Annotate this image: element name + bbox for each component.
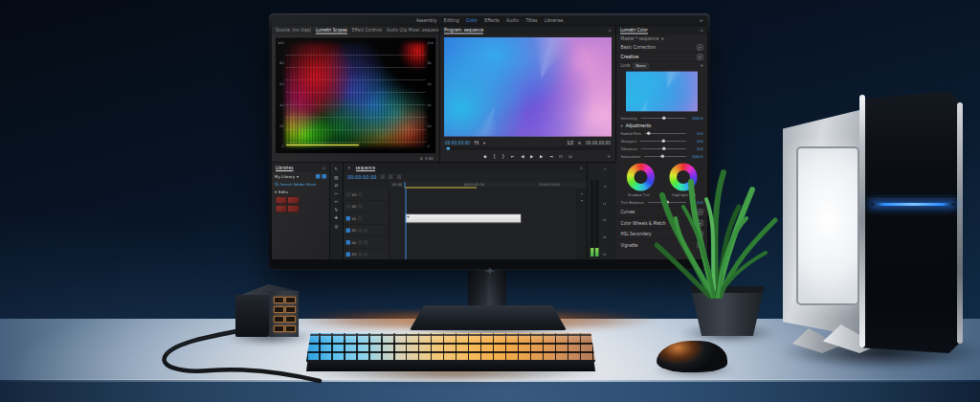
shadow-tint-wheel[interactable] (627, 164, 655, 191)
panel-menu-icon[interactable]: ≡ (608, 28, 612, 33)
chevron-down-icon[interactable]: ▾ (701, 63, 702, 68)
mark-out-button[interactable]: } (502, 154, 505, 159)
timeline-scroll-strip[interactable]: + ▾ (577, 189, 588, 259)
go-to-out-button[interactable]: ⇥ (549, 154, 553, 159)
timeline-lanes[interactable] (390, 189, 577, 259)
solo-toggle[interactable] (364, 228, 368, 233)
video-clip[interactable] (406, 214, 522, 224)
faded-film-slider[interactable] (644, 133, 686, 134)
selection-tool[interactable]: ↖ (335, 167, 339, 171)
asset-thumbnail[interactable] (288, 197, 300, 205)
slider-knob[interactable] (661, 155, 665, 159)
chevron-down-icon[interactable]: ▾ (275, 190, 277, 194)
close-icon[interactable]: × (347, 166, 351, 170)
workspace-overflow-icon[interactable]: ≫ (699, 18, 703, 23)
solo-toggle[interactable] (364, 252, 368, 257)
chevron-down-icon[interactable]: ▾ (621, 123, 623, 128)
workspace-tab-titles[interactable]: Titles (525, 18, 537, 23)
source-patch-toggle[interactable] (346, 252, 351, 257)
saturation-slider[interactable] (644, 156, 686, 157)
mute-toggle[interactable] (358, 240, 363, 245)
current-timecode[interactable]: 00:00:00:00 (445, 141, 470, 145)
workspace-tab-editing[interactable]: Editing (444, 18, 459, 23)
timeline-playhead[interactable] (406, 189, 407, 259)
source-patch-toggle[interactable] (346, 228, 351, 233)
mute-toggle[interactable] (358, 228, 363, 233)
look-dropdown[interactable]: None (633, 62, 648, 69)
panel-menu-icon[interactable]: ≡ (579, 166, 583, 170)
settings-icon[interactable]: ⚙ (578, 141, 582, 145)
play-button[interactable]: ▶ (530, 154, 533, 159)
sync-status-icon[interactable] (316, 174, 321, 179)
add-marker-button[interactable]: ◆ (483, 154, 486, 159)
asset-thumbnail[interactable] (276, 206, 287, 213)
pen-tool[interactable]: ✎ (335, 208, 339, 212)
workspace-tab-color[interactable]: Color (466, 18, 478, 23)
snap-toggle-icon[interactable] (381, 175, 386, 180)
tab-audio-clip-mixer[interactable]: Audio Clip Mixer: sequence (387, 28, 439, 33)
ripple-edit-tool[interactable]: ⇄ (335, 183, 339, 188)
stock-search-link[interactable]: Search Adobe Stock (280, 182, 317, 187)
tab-effect-controls[interactable]: Effect Controls (352, 28, 382, 33)
source-patch-toggle[interactable] (346, 204, 351, 209)
tab-source[interactable]: Source: (no clips) (276, 28, 311, 33)
track-lock-toggle[interactable] (358, 216, 363, 221)
scroll-up-icon[interactable]: ▾ (581, 199, 583, 204)
slider-value[interactable]: 0.0 (690, 139, 703, 144)
go-to-in-button[interactable]: ⇤ (511, 154, 515, 159)
mark-in-button[interactable]: { (493, 154, 496, 159)
fit-dropdown[interactable]: Fit (474, 141, 479, 145)
playhead-marker[interactable] (405, 182, 406, 189)
basic-correction-checkbox[interactable]: ✓ (698, 44, 703, 50)
slider-knob[interactable] (661, 140, 665, 144)
chevron-down-icon[interactable]: ▾ (661, 36, 663, 41)
creative-checkbox[interactable]: ✓ (698, 54, 703, 59)
source-patch-toggle[interactable] (346, 240, 351, 245)
vibrance-slider[interactable] (641, 148, 686, 149)
linked-selection-icon[interactable] (389, 175, 393, 180)
workspace-tab-libraries[interactable]: Libraries (545, 18, 563, 23)
slider-knob[interactable] (662, 147, 666, 151)
workspace-tab-effects[interactable]: Effects (484, 18, 499, 23)
tab-sequence[interactable]: sequence (356, 164, 375, 171)
slider-knob[interactable] (662, 117, 666, 121)
panel-menu-icon[interactable]: ≡ (322, 166, 325, 170)
folder-row[interactable]: ▾ Edits (272, 188, 329, 195)
zoom-tool[interactable]: ◎ (335, 224, 339, 229)
panel-menu-icon[interactable]: ≡ (700, 28, 703, 33)
lift-button[interactable]: ⊓ (559, 154, 563, 159)
source-patch-toggle[interactable] (346, 192, 351, 197)
source-patch-toggle[interactable] (346, 216, 351, 221)
track-lock-toggle[interactable] (358, 192, 363, 197)
step-forward-button[interactable]: ▶ (540, 154, 543, 159)
tab-lumetri-scopes[interactable]: Lumetri Scopes (316, 27, 347, 34)
library-bin-dropdown[interactable]: My Library (275, 174, 295, 179)
basic-correction-section[interactable]: Basic Correction ✓ (616, 43, 707, 53)
settings-icon[interactable]: ⚙ (419, 156, 422, 161)
look-preview-thumbnail[interactable] (626, 71, 699, 112)
workspace-tab-assembly[interactable]: Assembly (416, 18, 437, 23)
stock-search-row[interactable]: Search Adobe Stock (272, 180, 329, 188)
creative-section[interactable]: Creative ✓ (616, 53, 707, 62)
step-back-button[interactable]: ◀ (521, 154, 523, 159)
marker-icon[interactable] (397, 175, 402, 180)
sharpen-slider[interactable] (640, 141, 686, 142)
add-track-icon[interactable]: + (580, 191, 583, 196)
hand-tool[interactable]: ✚ (335, 215, 339, 220)
slider-value[interactable]: 100.0 (690, 154, 703, 159)
timeline-timecode[interactable]: 00:00:00:00 (347, 174, 377, 180)
mute-toggle[interactable] (358, 252, 363, 257)
track-select-tool[interactable]: ▤ (334, 175, 338, 180)
slider-value[interactable]: 100.0 (690, 116, 703, 121)
solo-toggle[interactable] (364, 240, 368, 245)
extract-button[interactable]: ⊔ (568, 154, 572, 159)
track-lock-toggle[interactable] (358, 204, 363, 209)
playback-resolution-dropdown[interactable]: 1/2 (567, 141, 573, 145)
intensity-slider[interactable] (640, 118, 686, 119)
timeline-ruler[interactable]: 00:00 00:00:05:00 00:00:10:00 (389, 182, 587, 189)
tab-libraries[interactable]: Libraries (276, 164, 293, 171)
slip-tool[interactable]: ↔ (335, 199, 339, 204)
scope-bit-depth-label[interactable]: 8 Bit (425, 156, 434, 161)
adjustments-header[interactable]: ▾ Adjustments (616, 123, 707, 130)
asset-thumbnail[interactable] (276, 197, 287, 205)
